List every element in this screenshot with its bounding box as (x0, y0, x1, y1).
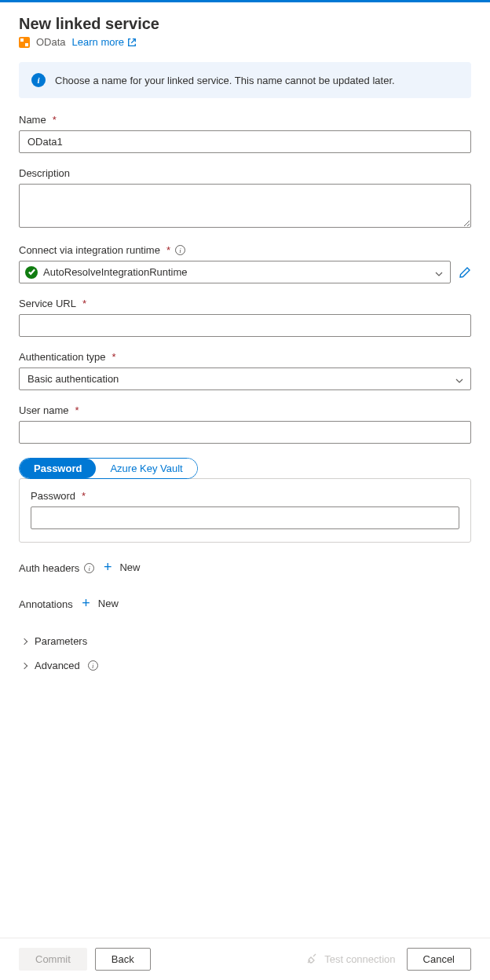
auth-type-label: Authentication type (19, 351, 106, 363)
test-connection-label: Test connection (324, 953, 395, 965)
service-type-label: OData (36, 36, 66, 48)
learn-more-link[interactable]: Learn more (72, 36, 137, 48)
password-tab[interactable]: Password (20, 459, 96, 478)
description-label: Description (19, 167, 70, 179)
advanced-label: Advanced (35, 660, 80, 671)
service-url-label: Service URL (19, 298, 76, 309)
info-icon[interactable]: i (84, 563, 94, 573)
password-input[interactable] (31, 506, 459, 529)
description-input[interactable] (19, 184, 471, 228)
required-asterisk: * (166, 244, 170, 256)
runtime-select[interactable]: AutoResolveIntegrationRuntime (19, 261, 451, 283)
footer-bar: Commit Back Test connection Cancel (0, 938, 490, 980)
commit-button[interactable]: Commit (19, 948, 87, 971)
odata-icon (19, 37, 30, 48)
info-icon: i (31, 73, 46, 87)
learn-more-text: Learn more (72, 36, 124, 48)
runtime-label: Connect via integration runtime (19, 244, 160, 256)
password-source-tabs: Password Azure Key Vault (19, 458, 198, 479)
auth-headers-label: Auth headers (19, 562, 79, 574)
required-asterisk: * (112, 351, 116, 363)
annotations-label: Annotations (19, 598, 73, 610)
required-asterisk: * (53, 114, 57, 126)
auth-type-select[interactable]: Basic authentication (19, 368, 471, 390)
plug-icon (305, 953, 318, 966)
parameters-expander[interactable]: Parameters (19, 629, 471, 653)
add-annotation-label: New (98, 598, 119, 609)
info-banner: i Choose a name for your linked service.… (19, 62, 471, 98)
info-message: Choose a name for your linked service. T… (55, 75, 395, 86)
username-label: User name (19, 404, 69, 416)
chevron-right-icon (21, 662, 27, 668)
test-connection-button[interactable]: Test connection (305, 953, 395, 966)
cancel-button[interactable]: Cancel (407, 948, 471, 971)
chevron-right-icon (21, 638, 27, 644)
service-url-input[interactable] (19, 314, 471, 337)
parameters-label: Parameters (35, 635, 87, 647)
required-asterisk: * (82, 298, 86, 309)
username-input[interactable] (19, 421, 471, 444)
keyvault-tab[interactable]: Azure Key Vault (96, 459, 196, 478)
plus-icon: + (82, 596, 90, 610)
external-link-icon (127, 38, 137, 47)
page-title: New linked service (19, 15, 471, 33)
info-icon[interactable]: i (175, 245, 185, 255)
add-annotation-button[interactable]: + New (75, 593, 119, 613)
required-asterisk: * (75, 404, 79, 416)
add-auth-header-label: New (119, 561, 140, 573)
required-asterisk: * (82, 490, 86, 502)
advanced-expander[interactable]: Advanced i (19, 653, 471, 678)
back-button[interactable]: Back (95, 948, 151, 971)
password-label: Password (31, 490, 75, 502)
add-auth-header-button[interactable]: + New (97, 557, 141, 577)
name-input[interactable] (19, 130, 471, 153)
name-label: Name (19, 114, 46, 126)
info-icon[interactable]: i (88, 660, 98, 671)
plus-icon: + (104, 560, 112, 574)
edit-runtime-button[interactable] (459, 266, 471, 279)
